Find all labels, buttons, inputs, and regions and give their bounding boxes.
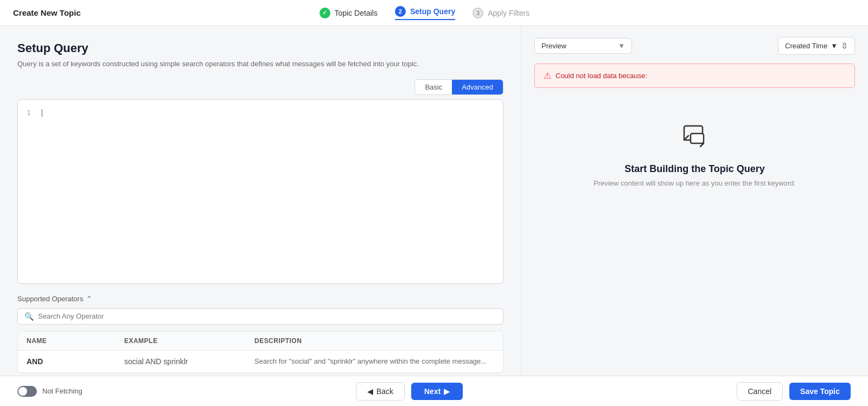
cancel-button[interactable]: Cancel <box>737 382 783 401</box>
error-text: Could not load data because: <box>556 72 647 80</box>
header: Create New Topic ✓ Topic Details 2 Setup… <box>0 0 868 26</box>
supported-ops-toggle[interactable]: Supported Operators ⌃ <box>17 295 503 303</box>
steps-nav: ✓ Topic Details 2 Setup Query 3 Apply Fi… <box>320 6 530 20</box>
fetching-toggle[interactable] <box>17 386 37 397</box>
table-header-row: Name Example Description <box>18 332 503 351</box>
advanced-mode-button[interactable]: Advanced <box>452 80 503 94</box>
table-row: AND social AND sprinklr Search for "soci… <box>18 351 503 373</box>
basic-mode-button[interactable]: Basic <box>415 80 452 94</box>
footer: Not Fetching ◀ Back Next ▶ Cancel Save T… <box>0 376 868 406</box>
op-description: Search for "social" and "sprinklr" anywh… <box>254 357 494 366</box>
step-label-topic-details: Topic Details <box>335 9 378 17</box>
step-apply-filters[interactable]: 3 Apply Filters <box>473 8 529 18</box>
preview-empty-title: Start Building the Topic Query <box>624 163 765 175</box>
preview-toolbar: Preview ▼ Created Time ▼ ⇳ <box>534 37 855 55</box>
preview-empty-desc: Preview content will show up here as you… <box>593 179 796 187</box>
error-banner: ⚠ Could not load data because: <box>534 64 855 88</box>
step-setup-query[interactable]: 2 Setup Query <box>395 6 455 20</box>
warning-icon: ⚠ <box>544 71 551 81</box>
page-title: Create New Topic <box>13 8 81 17</box>
query-toolbar: Basic Advanced <box>17 79 503 95</box>
chevron-up-icon: ⌃ <box>86 295 92 303</box>
col-header-example: Example <box>124 337 254 345</box>
right-panel: Preview ▼ Created Time ▼ ⇳ ⚠ Could not l… <box>521 26 868 376</box>
svg-rect-1 <box>691 134 704 143</box>
message-icon <box>680 120 710 153</box>
supported-ops-label: Supported Operators <box>17 295 83 303</box>
col-header-name: Name <box>27 337 124 345</box>
preview-dropdown[interactable]: Preview ▼ <box>534 38 632 54</box>
op-example: social AND sprinklr <box>124 357 254 366</box>
toggle-label: Not Fetching <box>42 387 82 395</box>
step-topic-details[interactable]: ✓ Topic Details <box>320 8 378 18</box>
step-label-setup-query: Setup Query <box>410 7 455 16</box>
mode-toggle-group: Basic Advanced <box>414 79 503 95</box>
footer-center: ◀ Back Next ▶ <box>356 382 463 401</box>
sort-icon: ⇳ <box>841 41 848 51</box>
save-topic-button[interactable]: Save Topic <box>789 383 851 400</box>
back-button[interactable]: ◀ Back <box>356 382 405 401</box>
chevron-down-icon-sort: ▼ <box>831 42 838 50</box>
preview-label: Preview <box>541 42 566 50</box>
footer-right: Cancel Save Topic <box>737 382 851 401</box>
operator-search-box[interactable]: 🔍 <box>17 308 503 325</box>
step-icon-pending: 3 <box>473 8 483 18</box>
next-button[interactable]: Next ▶ <box>411 383 463 400</box>
step-label-apply-filters: Apply Filters <box>488 9 529 17</box>
sort-label: Created Time <box>785 42 827 50</box>
main-content: Setup Query Query is a set of keywords c… <box>0 26 868 376</box>
query-editor[interactable]: 1 <box>17 99 503 284</box>
operators-table: Name Example Description AND social AND … <box>17 331 503 373</box>
arrow-left-icon: ◀ <box>367 387 373 396</box>
chevron-down-icon: ▼ <box>618 42 625 50</box>
preview-empty-state: Start Building the Topic Query Preview c… <box>534 99 855 209</box>
step-icon-done: ✓ <box>320 8 330 18</box>
operator-search-input[interactable] <box>38 312 496 320</box>
sort-dropdown[interactable]: Created Time ▼ ⇳ <box>778 37 855 55</box>
step-icon-active: 2 <box>395 6 406 17</box>
section-title: Setup Query <box>17 41 503 55</box>
op-name: AND <box>27 357 124 366</box>
editor-cursor <box>42 109 42 117</box>
search-icon: 🔍 <box>24 312 34 321</box>
supported-operators-section: Supported Operators ⌃ 🔍 Name Example Des… <box>17 295 503 373</box>
col-header-description: Description <box>254 337 494 345</box>
left-panel: Setup Query Query is a set of keywords c… <box>0 26 521 376</box>
arrow-right-icon: ▶ <box>444 387 450 396</box>
section-desc: Query is a set of keywords constructed u… <box>17 59 503 69</box>
footer-left: Not Fetching <box>17 386 82 397</box>
line-number: 1 <box>27 109 31 117</box>
